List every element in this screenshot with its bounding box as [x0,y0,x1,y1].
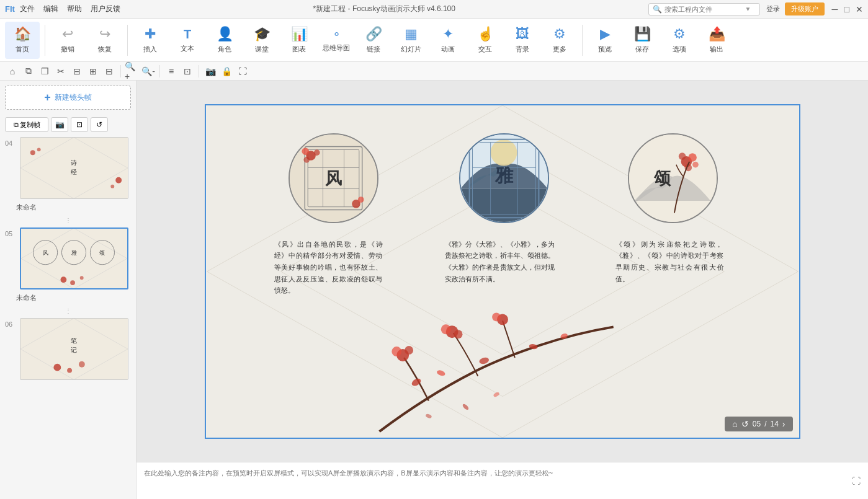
maximize-icon[interactable]: □ [844,4,849,14]
tb2-copy2-icon[interactable]: ❐ [37,64,52,79]
toolbar-link[interactable]: 🔗 链接 [356,22,391,59]
page-forward-icon[interactable]: › [782,419,785,429]
camera-ctrl-btn[interactable]: 📷 [51,117,68,132]
login-button[interactable]: 登录 [766,4,780,14]
menu-help[interactable]: 帮助 [67,4,82,14]
tb2-home-icon[interactable]: ⌂ [5,64,20,79]
svg-point-91 [678,152,686,160]
slide-number-05: 05 [5,227,16,237]
new-frame-button[interactable]: + 新建镜头帧 [5,86,131,110]
toolbar-bg[interactable]: 🖼 背景 [505,22,540,59]
svg-point-24 [80,276,84,280]
tb2-copy1-icon[interactable]: ⧉ [21,64,36,79]
toolbar-export[interactable]: 📤 输出 [699,22,734,59]
slide-thumb-04[interactable]: 诗 经 [20,137,128,199]
slide-item-05[interactable]: 05 风 雅 颂 [0,225,136,292]
toolbar-undo[interactable]: ↩ 撤销 [50,22,85,59]
toolbar-interact[interactable]: ☝ 交互 [468,22,503,59]
page-back-icon[interactable]: ↺ [741,419,749,429]
svg-point-62 [462,403,470,411]
svg-point-5 [30,150,35,155]
save-icon: 💾 [634,26,651,42]
refresh-ctrl-btn[interactable]: ↺ [91,117,108,132]
toolbar-sep-1 [45,25,45,56]
menu-feedback[interactable]: 用户反馈 [91,4,120,14]
minimize-icon[interactable]: ─ [832,4,838,14]
toolbar-home[interactable]: 🏠 首页 [5,22,40,59]
menu-file[interactable]: 文件 [20,4,35,14]
svg-point-49 [396,349,409,361]
menu-edit[interactable]: 编辑 [43,4,58,14]
slide-item-04[interactable]: 04 [0,135,136,201]
preview-label: 预览 [598,45,612,54]
toolbar-mindmap[interactable]: ⚬ 思维导图 [319,22,354,59]
toolbar-options[interactable]: ⚙ 选项 [662,22,697,59]
svg-text:诗: 诗 [71,159,77,166]
new-frame-plus-icon: + [44,91,51,104]
text-label: 文本 [181,44,194,53]
toolbar-slide[interactable]: ▦ 幻灯片 [393,22,428,59]
main-toolbar: 🏠 首页 ↩ 撤销 ↪ 恢复 ✚ 插入 T 文本 👤 角色 🎓 课堂 📊 图表 … [0,19,868,62]
tb2-size-icon[interactable]: ⊡ [180,64,195,79]
circle-item-feng[interactable]: 风 [279,133,388,223]
app-icon: FIt [5,4,15,14]
copy-frame-btn[interactable]: ⧉ 复制帧 [5,117,48,132]
tb2-grid-icon[interactable]: ⊞ [86,64,101,79]
interact-icon: ☝ [477,26,494,42]
toolbar-animate[interactable]: ✦ 动画 [431,22,465,59]
svg-point-23 [70,280,75,285]
chart-icon: 📊 [291,26,308,42]
circle-item-song[interactable]: 颂 [619,133,727,223]
svg-text:颂: 颂 [99,250,105,256]
more-label: 更多 [553,45,566,54]
tb2-align2-icon[interactable]: ≡ [164,64,179,79]
toolbar-save[interactable]: 💾 保存 [625,22,660,59]
interact-label: 交互 [478,45,492,54]
tb2-zoomout-icon[interactable]: 🔍- [141,64,156,79]
close-icon[interactable]: ✕ [856,4,863,14]
upgrade-button[interactable]: 升级账户 [785,2,825,15]
tb2-cut-icon[interactable]: ✂ [53,64,68,79]
resize-ctrl-btn[interactable]: ⊡ [71,117,88,132]
slide-label-05: 未命名 [0,292,136,306]
tb2-lock-icon[interactable]: 🔒 [219,64,234,79]
main-canvas[interactable]: 5 › ‹ [136,81,868,462]
slide-thumb-06[interactable]: 笔 记 [20,318,128,380]
toolbar-insert[interactable]: ✚ 插入 [133,22,168,59]
toolbar-more[interactable]: ⚙ 更多 [542,22,577,59]
toolbar-text[interactable]: T 文本 [170,22,205,59]
circle-item-ya[interactable]: 雅 [450,133,558,223]
toolbar-role[interactable]: 👤 角色 [207,22,242,59]
notes-input[interactable] [144,469,847,493]
search-dropdown-icon[interactable]: ▼ [745,6,751,12]
role-icon: 👤 [217,26,233,42]
slide-canvas[interactable]: 5 › ‹ [205,104,800,439]
text-song[interactable]: 《颂》则为宗庙祭祀之诗歌。《雅》、《颂》中的诗歌对于考察早期历史、宗教与社会有很… [615,239,724,285]
slide-thumb-05[interactable]: 风 雅 颂 [20,227,128,289]
tb2-align-icon[interactable]: ⊟ [69,64,84,79]
nav-arrow-right[interactable]: › [799,259,800,284]
svg-text:笔: 笔 [71,337,77,344]
tb2-camera-icon[interactable]: 📷 [203,64,218,79]
svg-rect-11 [21,228,127,289]
song-text: 《颂》则为宗庙祭祀之诗歌。《雅》、《颂》中的诗歌对于考察早期历史、宗教与社会有很… [615,241,724,283]
svg-text:记: 记 [71,347,77,353]
search-input[interactable] [664,6,745,13]
toolbar-chart[interactable]: 📊 图表 [282,22,316,59]
toolbar-class[interactable]: 🎓 课堂 [244,22,279,59]
tb2-expand-icon[interactable]: ⛶ [235,64,250,79]
text-ya[interactable]: 《雅》分《大雅》、《小雅》，多为贵族祭祀之诗歌，祈丰年、颂祖德。《大雅》的作者是… [445,239,555,285]
page-home-icon[interactable]: ⌂ [732,419,737,429]
tb2-zoomin-icon[interactable]: 🔍+ [125,64,140,79]
copy-frame-icon: ⧉ [14,121,19,129]
svg-rect-80 [460,188,548,221]
text-feng[interactable]: 《风》出自各地的民歌，是《诗经》中的精华部分有对爱情、劳动等美好事物的吟唱，也有… [274,239,383,296]
slide-item-06[interactable]: 06 笔 记 [0,316,136,382]
window-title: *新建工程 - Focusky动画演示大师 v4.6.100 [120,4,648,14]
notes-expand-icon[interactable]: ⛶ [852,476,861,486]
title-bar: FIt 文件 编辑 帮助 用户反馈 *新建工程 - Focusky动画演示大师 … [0,0,868,19]
search-box[interactable]: 🔍 ▼ [648,3,760,15]
toolbar-redo[interactable]: ↪ 恢复 [87,22,122,59]
toolbar-preview[interactable]: ▶ 预览 [588,22,622,59]
tb2-table-icon[interactable]: ⊟ [102,64,117,79]
